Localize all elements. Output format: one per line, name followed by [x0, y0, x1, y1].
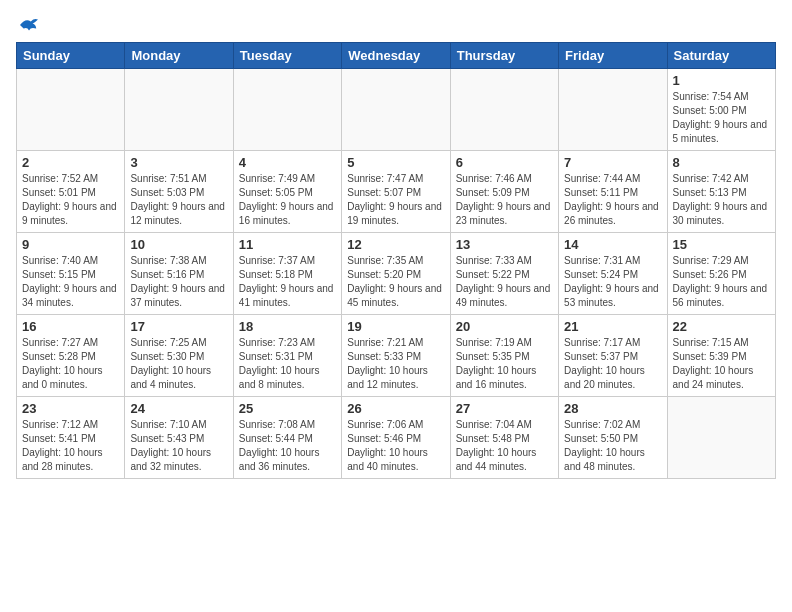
day-info: Sunrise: 7:42 AM Sunset: 5:13 PM Dayligh…	[673, 172, 770, 228]
day-number: 7	[564, 155, 661, 170]
col-header-saturday: Saturday	[667, 43, 775, 69]
calendar-cell: 4Sunrise: 7:49 AM Sunset: 5:05 PM Daylig…	[233, 151, 341, 233]
day-number: 13	[456, 237, 553, 252]
calendar-cell: 28Sunrise: 7:02 AM Sunset: 5:50 PM Dayli…	[559, 397, 667, 479]
day-info: Sunrise: 7:27 AM Sunset: 5:28 PM Dayligh…	[22, 336, 119, 392]
day-number: 28	[564, 401, 661, 416]
day-info: Sunrise: 7:40 AM Sunset: 5:15 PM Dayligh…	[22, 254, 119, 310]
calendar-cell: 12Sunrise: 7:35 AM Sunset: 5:20 PM Dayli…	[342, 233, 450, 315]
day-number: 12	[347, 237, 444, 252]
day-info: Sunrise: 7:29 AM Sunset: 5:26 PM Dayligh…	[673, 254, 770, 310]
calendar-cell: 27Sunrise: 7:04 AM Sunset: 5:48 PM Dayli…	[450, 397, 558, 479]
day-number: 14	[564, 237, 661, 252]
col-header-tuesday: Tuesday	[233, 43, 341, 69]
calendar-cell	[233, 69, 341, 151]
day-number: 21	[564, 319, 661, 334]
week-row-2: 9Sunrise: 7:40 AM Sunset: 5:15 PM Daylig…	[17, 233, 776, 315]
day-info: Sunrise: 7:25 AM Sunset: 5:30 PM Dayligh…	[130, 336, 227, 392]
day-info: Sunrise: 7:08 AM Sunset: 5:44 PM Dayligh…	[239, 418, 336, 474]
calendar-cell: 16Sunrise: 7:27 AM Sunset: 5:28 PM Dayli…	[17, 315, 125, 397]
day-number: 19	[347, 319, 444, 334]
day-info: Sunrise: 7:10 AM Sunset: 5:43 PM Dayligh…	[130, 418, 227, 474]
day-info: Sunrise: 7:38 AM Sunset: 5:16 PM Dayligh…	[130, 254, 227, 310]
day-number: 15	[673, 237, 770, 252]
day-number: 10	[130, 237, 227, 252]
day-info: Sunrise: 7:23 AM Sunset: 5:31 PM Dayligh…	[239, 336, 336, 392]
day-number: 27	[456, 401, 553, 416]
day-info: Sunrise: 7:02 AM Sunset: 5:50 PM Dayligh…	[564, 418, 661, 474]
calendar-table: SundayMondayTuesdayWednesdayThursdayFrid…	[16, 42, 776, 479]
day-number: 8	[673, 155, 770, 170]
day-number: 23	[22, 401, 119, 416]
calendar-cell: 18Sunrise: 7:23 AM Sunset: 5:31 PM Dayli…	[233, 315, 341, 397]
col-header-thursday: Thursday	[450, 43, 558, 69]
calendar-cell: 1Sunrise: 7:54 AM Sunset: 5:00 PM Daylig…	[667, 69, 775, 151]
day-info: Sunrise: 7:15 AM Sunset: 5:39 PM Dayligh…	[673, 336, 770, 392]
day-info: Sunrise: 7:12 AM Sunset: 5:41 PM Dayligh…	[22, 418, 119, 474]
day-number: 4	[239, 155, 336, 170]
day-info: Sunrise: 7:47 AM Sunset: 5:07 PM Dayligh…	[347, 172, 444, 228]
day-number: 11	[239, 237, 336, 252]
calendar-cell	[559, 69, 667, 151]
calendar-cell: 7Sunrise: 7:44 AM Sunset: 5:11 PM Daylig…	[559, 151, 667, 233]
calendar-cell: 15Sunrise: 7:29 AM Sunset: 5:26 PM Dayli…	[667, 233, 775, 315]
calendar-cell: 14Sunrise: 7:31 AM Sunset: 5:24 PM Dayli…	[559, 233, 667, 315]
logo	[16, 16, 40, 34]
calendar-cell: 13Sunrise: 7:33 AM Sunset: 5:22 PM Dayli…	[450, 233, 558, 315]
day-number: 18	[239, 319, 336, 334]
calendar-cell: 6Sunrise: 7:46 AM Sunset: 5:09 PM Daylig…	[450, 151, 558, 233]
calendar-cell: 10Sunrise: 7:38 AM Sunset: 5:16 PM Dayli…	[125, 233, 233, 315]
day-number: 3	[130, 155, 227, 170]
calendar-cell	[667, 397, 775, 479]
day-info: Sunrise: 7:44 AM Sunset: 5:11 PM Dayligh…	[564, 172, 661, 228]
calendar-cell: 22Sunrise: 7:15 AM Sunset: 5:39 PM Dayli…	[667, 315, 775, 397]
calendar-cell: 9Sunrise: 7:40 AM Sunset: 5:15 PM Daylig…	[17, 233, 125, 315]
day-info: Sunrise: 7:35 AM Sunset: 5:20 PM Dayligh…	[347, 254, 444, 310]
calendar-header-row: SundayMondayTuesdayWednesdayThursdayFrid…	[17, 43, 776, 69]
day-info: Sunrise: 7:52 AM Sunset: 5:01 PM Dayligh…	[22, 172, 119, 228]
col-header-monday: Monday	[125, 43, 233, 69]
calendar-cell: 11Sunrise: 7:37 AM Sunset: 5:18 PM Dayli…	[233, 233, 341, 315]
page-header	[16, 16, 776, 34]
col-header-friday: Friday	[559, 43, 667, 69]
day-info: Sunrise: 7:33 AM Sunset: 5:22 PM Dayligh…	[456, 254, 553, 310]
day-number: 1	[673, 73, 770, 88]
day-info: Sunrise: 7:04 AM Sunset: 5:48 PM Dayligh…	[456, 418, 553, 474]
calendar-cell: 25Sunrise: 7:08 AM Sunset: 5:44 PM Dayli…	[233, 397, 341, 479]
day-number: 26	[347, 401, 444, 416]
col-header-sunday: Sunday	[17, 43, 125, 69]
day-number: 6	[456, 155, 553, 170]
day-number: 24	[130, 401, 227, 416]
calendar-cell	[125, 69, 233, 151]
calendar-cell	[450, 69, 558, 151]
day-info: Sunrise: 7:21 AM Sunset: 5:33 PM Dayligh…	[347, 336, 444, 392]
day-number: 2	[22, 155, 119, 170]
calendar-cell	[17, 69, 125, 151]
day-number: 9	[22, 237, 119, 252]
day-number: 20	[456, 319, 553, 334]
day-info: Sunrise: 7:17 AM Sunset: 5:37 PM Dayligh…	[564, 336, 661, 392]
calendar-cell: 21Sunrise: 7:17 AM Sunset: 5:37 PM Dayli…	[559, 315, 667, 397]
calendar-cell: 20Sunrise: 7:19 AM Sunset: 5:35 PM Dayli…	[450, 315, 558, 397]
logo-bird-icon	[18, 16, 40, 34]
calendar-cell: 17Sunrise: 7:25 AM Sunset: 5:30 PM Dayli…	[125, 315, 233, 397]
calendar-cell: 19Sunrise: 7:21 AM Sunset: 5:33 PM Dayli…	[342, 315, 450, 397]
day-info: Sunrise: 7:37 AM Sunset: 5:18 PM Dayligh…	[239, 254, 336, 310]
calendar-cell: 8Sunrise: 7:42 AM Sunset: 5:13 PM Daylig…	[667, 151, 775, 233]
calendar-cell: 2Sunrise: 7:52 AM Sunset: 5:01 PM Daylig…	[17, 151, 125, 233]
calendar-cell: 5Sunrise: 7:47 AM Sunset: 5:07 PM Daylig…	[342, 151, 450, 233]
day-number: 22	[673, 319, 770, 334]
day-info: Sunrise: 7:49 AM Sunset: 5:05 PM Dayligh…	[239, 172, 336, 228]
calendar-cell: 23Sunrise: 7:12 AM Sunset: 5:41 PM Dayli…	[17, 397, 125, 479]
calendar-cell: 24Sunrise: 7:10 AM Sunset: 5:43 PM Dayli…	[125, 397, 233, 479]
week-row-0: 1Sunrise: 7:54 AM Sunset: 5:00 PM Daylig…	[17, 69, 776, 151]
week-row-4: 23Sunrise: 7:12 AM Sunset: 5:41 PM Dayli…	[17, 397, 776, 479]
day-info: Sunrise: 7:54 AM Sunset: 5:00 PM Dayligh…	[673, 90, 770, 146]
day-info: Sunrise: 7:06 AM Sunset: 5:46 PM Dayligh…	[347, 418, 444, 474]
week-row-3: 16Sunrise: 7:27 AM Sunset: 5:28 PM Dayli…	[17, 315, 776, 397]
week-row-1: 2Sunrise: 7:52 AM Sunset: 5:01 PM Daylig…	[17, 151, 776, 233]
col-header-wednesday: Wednesday	[342, 43, 450, 69]
day-number: 16	[22, 319, 119, 334]
day-number: 17	[130, 319, 227, 334]
day-info: Sunrise: 7:51 AM Sunset: 5:03 PM Dayligh…	[130, 172, 227, 228]
